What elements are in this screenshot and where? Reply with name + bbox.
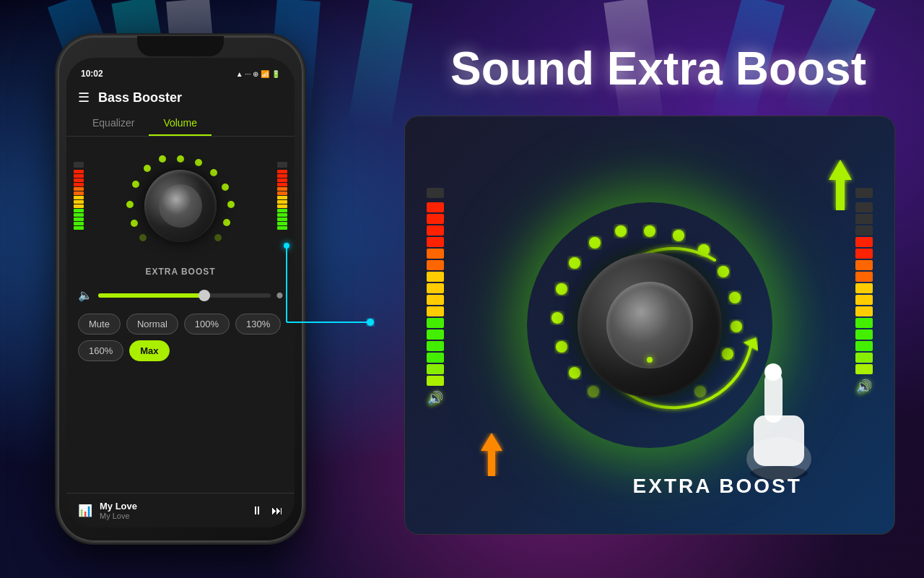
svg-point-0 [177,155,184,163]
hand-pointer-container [728,358,829,491]
meter-column-left-1: 🔊 [427,188,444,462]
svg-point-22 [729,292,741,303]
meter-top-cap-right [855,188,873,198]
next-button[interactable]: ⏭ [271,504,283,517]
knob-label: EXTRA BOOST [145,267,215,277]
tab-equalizer[interactable]: Equalizer [78,111,149,136]
svg-point-4 [227,201,235,208]
svg-point-29 [552,312,563,324]
big-knob-main [578,253,722,397]
tab-volume[interactable]: Volume [149,111,212,136]
title-text: Sound Extra Boost [450,43,866,95]
svg-point-10 [126,201,134,208]
volume-track[interactable] [98,293,271,298]
svg-point-23 [731,321,742,332]
big-knob-inner [606,282,693,368]
knob-main [144,170,217,242]
left-meter [74,162,84,263]
right-meter-speaker-icon: 🔊 [855,379,873,394]
pause-button[interactable]: ⏸ [251,504,263,517]
music-controls: ⏸ ⏭ [251,504,283,517]
volume-slider-row: 🔈 ⬤ [66,282,295,308]
main-panel-inner: 🔊 [405,116,894,534]
svg-point-1 [195,159,202,166]
right-level-meters: 🔊 [855,188,873,462]
preset-160[interactable]: 160% [78,340,123,361]
phone-notch [137,36,224,56]
hand-pointer-svg [728,358,829,488]
svg-point-8 [144,165,151,172]
status-bar: 10:02 ▲ ··· ⊕ 📶 🔋 [66,58,295,84]
music-title: My Love [100,501,244,512]
status-icons: ▲ ··· ⊕ 📶 🔋 [236,70,280,78]
preset-normal[interactable]: Normal [126,314,178,335]
extra-boost-text: EXTRA BOOST [633,475,802,497]
knob-indicator [647,357,653,363]
tab-bar: Equalizer Volume [66,111,295,137]
music-artist: My Love [100,512,244,520]
svg-point-9 [132,181,139,188]
svg-point-32 [588,386,599,397]
connector-line-svg [284,243,378,337]
orange-arrow-svg [477,433,506,476]
svg-point-15 [367,319,374,326]
svg-point-18 [644,225,655,237]
svg-point-20 [698,244,710,256]
svg-marker-16 [481,433,502,476]
app-header: ☰ Bass Booster [66,84,295,111]
status-time: 10:02 [81,69,103,79]
green-arrow-container [826,160,855,210]
preset-mute[interactable]: Mute [78,314,121,335]
volume-fill [98,293,210,298]
svg-marker-34 [829,160,852,210]
svg-point-5 [223,219,230,226]
svg-point-7 [159,155,166,163]
app-title: Bass Booster [98,90,182,105]
knob-section: EXTRA BOOST [66,142,295,282]
preset-100[interactable]: 100% [184,314,230,335]
music-info: My Love My Love [100,501,244,520]
svg-point-33 [694,386,706,397]
svg-point-31 [569,367,580,379]
volume-dot: ⬤ [276,292,283,298]
big-knob-container[interactable] [541,217,758,434]
svg-point-3 [222,184,229,191]
music-bars-icon: 📊 [78,504,92,517]
preset-max[interactable]: Max [129,340,169,361]
meter-top-cap [427,188,444,198]
phone-outer: 10:02 ▲ ··· ⊕ 📶 🔋 ☰ Bass Booster Equaliz… [58,36,303,542]
svg-point-26 [589,237,601,249]
extra-boost-label-big: EXTRA BOOST [633,475,802,498]
phone-mockup: 10:02 ▲ ··· ⊕ 📶 🔋 ☰ Bass Booster Equaliz… [58,36,303,542]
knob-center [159,184,202,228]
svg-point-21 [718,266,729,277]
svg-point-25 [615,225,627,237]
volume-icon: 🔈 [78,288,92,302]
svg-point-28 [556,283,567,295]
svg-point-6 [214,234,222,241]
left-meter-speaker-icon: 🔊 [427,390,444,406]
hamburger-icon[interactable]: ☰ [78,90,90,105]
volume-thumb[interactable] [199,290,210,301]
orange-arrow-container [477,433,506,476]
svg-point-38 [764,363,782,381]
green-arrow-svg [826,160,855,210]
preset-130[interactable]: 130% [235,314,281,335]
phone-screen: 10:02 ▲ ··· ⊕ 📶 🔋 ☰ Bass Booster Equaliz… [66,58,295,527]
music-player: 📊 My Love My Love ⏸ ⏭ [66,493,295,527]
left-level-meters: 🔊 [427,188,444,462]
svg-point-11 [131,220,138,227]
phone-knob-container[interactable]: EXTRA BOOST [87,148,274,277]
svg-point-12 [139,234,147,241]
main-panel: 🔊 [404,116,895,535]
svg-point-27 [569,257,580,269]
phone-knob[interactable] [123,148,238,264]
svg-point-30 [556,341,567,353]
svg-point-2 [210,169,217,176]
preset-buttons-container: Mute Normal 100% 130% 160% Max [66,308,295,367]
svg-point-19 [673,230,684,241]
meter-column-right-1: 🔊 [855,188,873,462]
page-title: Sound Extra Boost [450,43,866,94]
svg-rect-36 [754,415,804,466]
